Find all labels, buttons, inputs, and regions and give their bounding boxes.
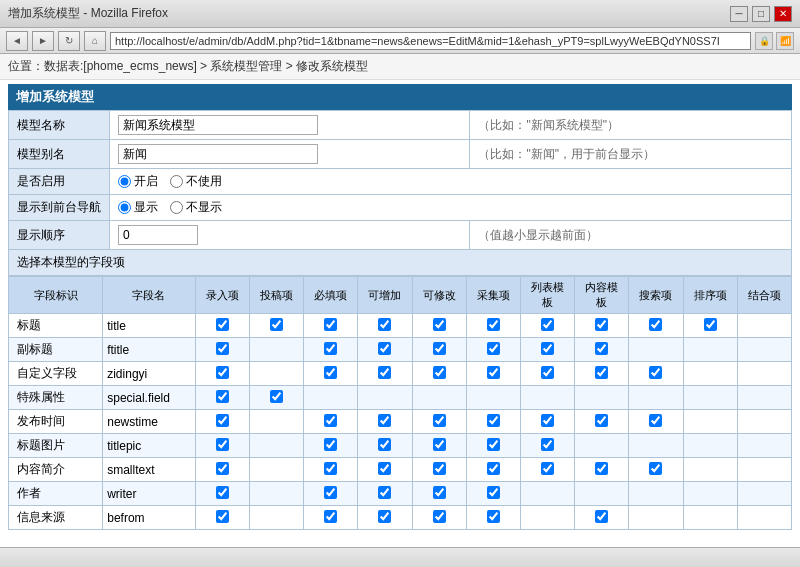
field-checkbox-5-0[interactable] xyxy=(216,438,229,451)
field-checkbox-1-7[interactable] xyxy=(595,342,608,355)
field-check-cell-10 xyxy=(737,314,791,338)
field-name-cell: titlepic xyxy=(103,434,196,458)
order-input[interactable] xyxy=(118,225,198,245)
window-controls[interactable]: ─ □ ✕ xyxy=(730,6,792,22)
field-checkbox-7-2[interactable] xyxy=(324,486,337,499)
field-checkbox-7-3[interactable] xyxy=(378,486,391,499)
field-checkbox-2-2[interactable] xyxy=(324,366,337,379)
field-check-cell-4 xyxy=(412,338,466,362)
field-checkbox-4-4[interactable] xyxy=(433,414,446,427)
field-checkbox-5-2[interactable] xyxy=(324,438,337,451)
field-checkbox-4-2[interactable] xyxy=(324,414,337,427)
model-name-input[interactable] xyxy=(118,115,318,135)
field-checkbox-7-4[interactable] xyxy=(433,486,446,499)
field-checkbox-4-6[interactable] xyxy=(541,414,554,427)
field-checkbox-8-0[interactable] xyxy=(216,510,229,523)
field-check-cell-0 xyxy=(195,506,249,530)
field-check-cell-6 xyxy=(520,314,574,338)
field-checkbox-6-4[interactable] xyxy=(433,462,446,475)
field-checkbox-0-2[interactable] xyxy=(324,318,337,331)
field-checkbox-6-3[interactable] xyxy=(378,462,391,475)
enable-on-radio[interactable] xyxy=(118,175,131,188)
field-checkbox-6-5[interactable] xyxy=(487,462,500,475)
nav-hide-radio[interactable] xyxy=(170,201,183,214)
field-checkbox-0-4[interactable] xyxy=(433,318,446,331)
field-checkbox-0-6[interactable] xyxy=(541,318,554,331)
field-id-cell: 发布时间 xyxy=(9,410,103,434)
field-check-cell-7 xyxy=(575,386,629,410)
col-header-id: 字段标识 xyxy=(9,277,103,314)
field-checkbox-1-4[interactable] xyxy=(433,342,446,355)
nav-hide-label[interactable]: 不显示 xyxy=(170,199,222,216)
enable-off-label[interactable]: 不使用 xyxy=(170,173,222,190)
field-check-cell-10 xyxy=(737,338,791,362)
address-bar[interactable] xyxy=(110,32,751,50)
nav-show-label[interactable]: 显示 xyxy=(118,199,158,216)
field-id-cell: 自定义字段 xyxy=(9,362,103,386)
model-name-input-cell xyxy=(110,111,470,140)
field-checkbox-1-5[interactable] xyxy=(487,342,500,355)
field-checkbox-8-7[interactable] xyxy=(595,510,608,523)
field-checkbox-5-4[interactable] xyxy=(433,438,446,451)
browser-toolbar: ◄ ► ↻ ⌂ 🔒 📶 xyxy=(0,28,800,54)
field-checkbox-4-8[interactable] xyxy=(649,414,662,427)
home-button[interactable]: ⌂ xyxy=(84,31,106,51)
field-checkbox-7-5[interactable] xyxy=(487,486,500,499)
field-check-cell-9 xyxy=(683,434,737,458)
field-checkbox-4-7[interactable] xyxy=(595,414,608,427)
field-checkbox-6-2[interactable] xyxy=(324,462,337,475)
close-button[interactable]: ✕ xyxy=(774,6,792,22)
field-checkbox-8-2[interactable] xyxy=(324,510,337,523)
field-checkbox-2-8[interactable] xyxy=(649,366,662,379)
field-checkbox-2-0[interactable] xyxy=(216,366,229,379)
minimize-button[interactable]: ─ xyxy=(730,6,748,22)
field-checkbox-2-7[interactable] xyxy=(595,366,608,379)
field-checkbox-8-3[interactable] xyxy=(378,510,391,523)
forward-button[interactable]: ► xyxy=(32,31,54,51)
field-checkbox-7-0[interactable] xyxy=(216,486,229,499)
field-checkbox-0-0[interactable] xyxy=(216,318,229,331)
field-checkbox-5-6[interactable] xyxy=(541,438,554,451)
field-checkbox-1-2[interactable] xyxy=(324,342,337,355)
rss-icon: 📶 xyxy=(776,32,794,50)
refresh-button[interactable]: ↻ xyxy=(58,31,80,51)
restore-button[interactable]: □ xyxy=(752,6,770,22)
field-checkbox-3-1[interactable] xyxy=(270,390,283,403)
field-checkbox-0-3[interactable] xyxy=(378,318,391,331)
back-button[interactable]: ◄ xyxy=(6,31,28,51)
field-checkbox-4-3[interactable] xyxy=(378,414,391,427)
field-checkbox-1-3[interactable] xyxy=(378,342,391,355)
field-checkbox-1-0[interactable] xyxy=(216,342,229,355)
field-checkbox-8-5[interactable] xyxy=(487,510,500,523)
field-checkbox-2-4[interactable] xyxy=(433,366,446,379)
field-check-cell-7 xyxy=(575,482,629,506)
field-check-cell-9 xyxy=(683,314,737,338)
field-checkbox-5-3[interactable] xyxy=(378,438,391,451)
field-checkbox-1-6[interactable] xyxy=(541,342,554,355)
field-checkbox-2-5[interactable] xyxy=(487,366,500,379)
field-checkbox-0-1[interactable] xyxy=(270,318,283,331)
field-checkbox-0-9[interactable] xyxy=(704,318,717,331)
field-checkbox-2-6[interactable] xyxy=(541,366,554,379)
table-row: 作者writer xyxy=(9,482,792,506)
field-checkbox-4-5[interactable] xyxy=(487,414,500,427)
field-checkbox-0-5[interactable] xyxy=(487,318,500,331)
enable-on-label[interactable]: 开启 xyxy=(118,173,158,190)
field-checkbox-6-8[interactable] xyxy=(649,462,662,475)
field-checkbox-6-0[interactable] xyxy=(216,462,229,475)
table-row: 内容简介smalltext xyxy=(9,458,792,482)
field-checkbox-0-8[interactable] xyxy=(649,318,662,331)
model-alias-input[interactable] xyxy=(118,144,318,164)
field-checkbox-4-0[interactable] xyxy=(216,414,229,427)
enable-off-radio[interactable] xyxy=(170,175,183,188)
field-check-cell-4 xyxy=(412,458,466,482)
field-checkbox-3-0[interactable] xyxy=(216,390,229,403)
field-checkbox-8-4[interactable] xyxy=(433,510,446,523)
field-checkbox-0-7[interactable] xyxy=(595,318,608,331)
field-checkbox-5-5[interactable] xyxy=(487,438,500,451)
nav-show-radio[interactable] xyxy=(118,201,131,214)
field-checkbox-6-7[interactable] xyxy=(595,462,608,475)
field-checkbox-6-6[interactable] xyxy=(541,462,554,475)
fields-section-label: 选择本模型的字段项 xyxy=(8,250,792,276)
field-checkbox-2-3[interactable] xyxy=(378,366,391,379)
